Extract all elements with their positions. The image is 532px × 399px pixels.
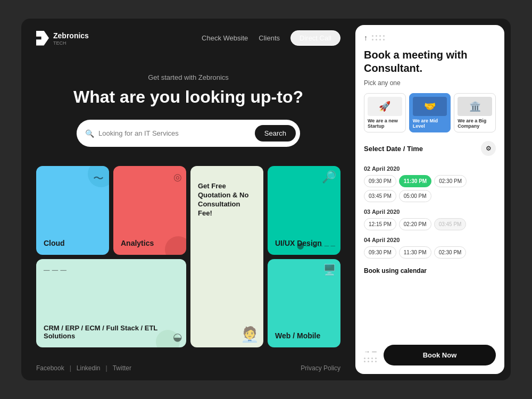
- company-options: 🚀 We are a new Startup 🤝 We are Mid Leve…: [364, 93, 496, 132]
- time-slots-3: 09:30 PM 11:30 PM 02:30 PM: [364, 246, 496, 259]
- slot-0345-d[interactable]: 03:45 PM: [434, 218, 467, 230]
- web-illustration: 🖥️: [323, 263, 336, 276]
- startup-illustration: 🚀: [368, 97, 402, 116]
- bottom-decoration: → ─: [364, 348, 377, 362]
- footer: Facebook | Linkedin | Twitter Privacy Po…: [21, 356, 355, 380]
- grid-cell-cloud[interactable]: Cloud 〜: [36, 166, 109, 254]
- company-card-mid[interactable]: 🤝 We are Mid Level: [409, 93, 451, 132]
- startup-label: We are a new Startup: [368, 118, 402, 129]
- decoration-dots: [372, 35, 385, 41]
- grid-cell-crm[interactable]: ─ ─ ─ CRM / ERP / ECM / Full Stack / ETL…: [36, 259, 186, 347]
- mid-illustration: 🤝: [413, 97, 447, 116]
- slot-0345[interactable]: 03:45 PM: [364, 190, 396, 202]
- date-section-title: Select Date / Time: [364, 145, 423, 153]
- date-label-3: 04 April 2020: [364, 237, 496, 243]
- company-card-startup[interactable]: 🚀 We are a new Startup: [364, 93, 406, 132]
- date-label-1: 02 April 2020: [364, 165, 496, 172]
- date-group-3: 04 April 2020 09:30 PM 11:30 PM 02:30 PM: [364, 232, 496, 261]
- date-section-header: Select Date / Time ⚙: [364, 141, 496, 156]
- back-arrow-icon[interactable]: ↑: [364, 34, 368, 42]
- analytics-label: Analytics: [121, 239, 154, 247]
- footer-twitter[interactable]: Twitter: [113, 364, 131, 372]
- nav-check-website[interactable]: Check Website: [202, 34, 248, 42]
- logo-text: Zebronics TECH: [53, 31, 89, 46]
- mid-label: We are Mid Level: [413, 118, 447, 129]
- hero-section: Get started with Zebronics What are you …: [21, 57, 355, 157]
- book-calendar-link[interactable]: Book using calendar: [364, 267, 496, 275]
- service-grid: Cloud 〜 Analytics ◎ Get Free Quotation &…: [21, 157, 355, 356]
- navbar: Zebronics TECH Check Website Clients Dir…: [21, 19, 355, 57]
- search-bar: 🔍 Search: [77, 120, 300, 147]
- slot-0500[interactable]: 05:00 PM: [399, 190, 431, 202]
- slot-1215[interactable]: 12:15 PM: [364, 218, 396, 230]
- web-label: Web / Mobile: [275, 331, 320, 340]
- footer-facebook[interactable]: Facebook: [36, 364, 64, 372]
- uiux-illustration: 🔎: [322, 170, 336, 184]
- big-label: We are a Big Company: [458, 118, 492, 129]
- search-button[interactable]: Search: [255, 125, 296, 142]
- app-container: Zebronics TECH Check Website Clients Dir…: [21, 19, 511, 380]
- date-group-1: 02 April 2020 09:30 PM 11:30 PM 02:30 PM…: [364, 161, 496, 204]
- slot-0930[interactable]: 09:30 PM: [364, 175, 396, 187]
- panel-bottom: → ─ Book Now: [364, 343, 496, 365]
- footer-sep1: |: [70, 364, 71, 372]
- footer-links: Facebook | Linkedin | Twitter: [36, 364, 131, 372]
- footer-sep2: |: [106, 364, 107, 372]
- slot-1130[interactable]: 11:30 PM: [399, 175, 431, 187]
- search-input[interactable]: [98, 129, 251, 137]
- pick-label: Pick any one: [364, 79, 496, 87]
- company-card-big[interactable]: 🏛️ We are a Big Company: [454, 93, 496, 132]
- cloud-label: Cloud: [44, 239, 65, 247]
- footer-privacy[interactable]: Privacy Policy: [301, 364, 340, 372]
- date-label-2: 03 April 2020: [364, 209, 496, 215]
- slot-0230-2[interactable]: 02:30 PM: [434, 246, 467, 259]
- nav-clients[interactable]: Clients: [259, 34, 280, 42]
- big-illustration: 🏛️: [458, 97, 492, 116]
- grid-cell-web[interactable]: 🖥️ Web / Mobile: [268, 259, 340, 347]
- panel-top-decoration: ↑: [364, 34, 496, 42]
- bottom-arrow-icon: → ─: [364, 348, 377, 355]
- logo-icon: [36, 31, 49, 46]
- grid-cell-analytics[interactable]: Analytics ◎: [113, 166, 186, 254]
- logo-area: Zebronics TECH: [36, 31, 89, 46]
- booking-panel: ↑ Book a meeting with Consultant. Pick a…: [355, 25, 504, 374]
- book-now-button[interactable]: Book Now: [384, 345, 496, 365]
- nav-direct-call-button[interactable]: Direct Call: [290, 30, 340, 46]
- search-icon: 🔍: [85, 129, 94, 138]
- quotation-label: Get Free Quotation & No Consultation Fee…: [198, 182, 256, 218]
- time-slots-1: 09:30 PM 11:30 PM 02:30 PM 03:45 PM 05:0…: [364, 175, 496, 202]
- slot-0220[interactable]: 02:20 PM: [399, 218, 431, 230]
- footer-linkedin[interactable]: Linkedin: [77, 364, 101, 372]
- grid-cell-uiux[interactable]: 🔎 UI/UX Design ⬤ ─ ─ ─ ─ ─: [268, 166, 340, 254]
- time-slots-2: 12:15 PM 02:20 PM 03:45 PM: [364, 218, 496, 230]
- quotation-illustration: 🧑‍💼: [240, 326, 259, 343]
- slot-1130-2[interactable]: 11:30 PM: [399, 246, 431, 259]
- hero-subtitle: Get started with Zebronics: [43, 73, 334, 81]
- hero-title: What are you looking up-to?: [43, 87, 334, 107]
- slot-0930-2[interactable]: 09:30 PM: [364, 246, 396, 259]
- booking-title: Book a meeting with Consultant.: [364, 48, 496, 75]
- filter-button[interactable]: ⚙: [481, 141, 496, 156]
- left-panel: Zebronics TECH Check Website Clients Dir…: [21, 19, 355, 380]
- date-group-2: 03 April 2020 12:15 PM 02:20 PM 03:45 PM: [364, 204, 496, 232]
- slot-0230[interactable]: 02:30 PM: [434, 175, 467, 187]
- bottom-dots: [364, 358, 377, 362]
- grid-cell-quotation[interactable]: Get Free Quotation & No Consultation Fee…: [190, 166, 263, 347]
